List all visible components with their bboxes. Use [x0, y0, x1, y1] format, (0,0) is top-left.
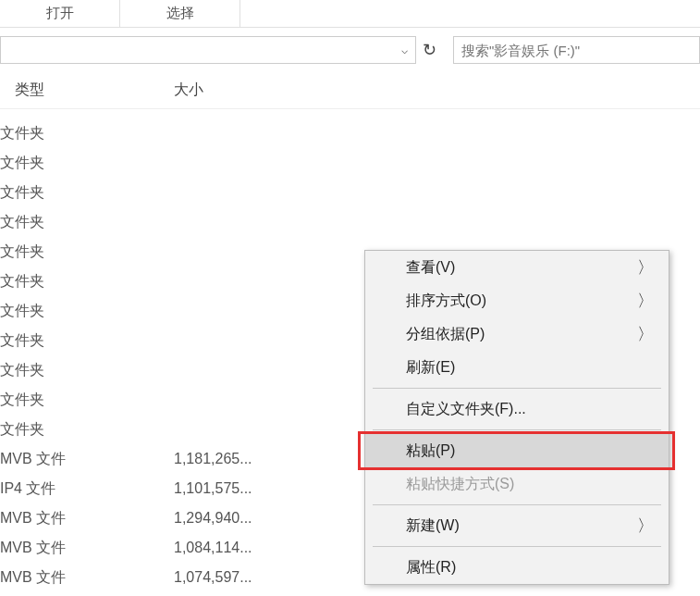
cell-size: 1,294,940...: [174, 510, 252, 527]
context-paste-shortcut: 粘贴快捷方式(S): [365, 467, 669, 501]
context-label: 属性(R): [406, 558, 456, 577]
cell-type: 文件夹: [0, 331, 174, 351]
context-separator: [373, 546, 661, 547]
cell-type: 文件夹: [0, 361, 174, 380]
context-label: 刷新(E): [406, 358, 455, 378]
address-dropdown-icon[interactable]: ⌵: [397, 43, 411, 57]
cell-type: 文件夹: [0, 154, 174, 173]
cell-type: 文件夹: [0, 183, 174, 203]
column-headers: 类型 大小: [0, 72, 700, 109]
context-label: 自定义文件夹(F)...: [406, 400, 526, 419]
cell-size: 1,181,265...: [174, 451, 252, 467]
cell-size: 1,101,575...: [174, 480, 252, 497]
search-box[interactable]: [453, 36, 700, 64]
list-item[interactable]: 文件夹: [0, 118, 700, 148]
context-label: 粘贴(P): [406, 441, 455, 461]
cell-type: 文件夹: [0, 242, 174, 262]
cell-type: MVB 文件: [0, 568, 174, 588]
context-properties[interactable]: 属性(R): [365, 551, 669, 584]
column-header-size[interactable]: 大小: [174, 81, 203, 100]
cell-type: IP4 文件: [0, 479, 174, 499]
refresh-button[interactable]: ↻: [418, 36, 440, 64]
chevron-right-icon: 〉: [637, 256, 654, 279]
toolbar: 打开 选择: [0, 0, 700, 28]
context-separator: [373, 388, 661, 389]
open-button[interactable]: 打开: [0, 0, 120, 27]
context-paste[interactable]: 粘贴(P): [365, 434, 669, 467]
cell-type: MVB 文件: [0, 450, 174, 469]
cell-type: 文件夹: [0, 272, 174, 292]
context-label: 分组依据(P): [406, 325, 485, 344]
select-button[interactable]: 选择: [120, 0, 240, 27]
context-separator: [373, 429, 661, 430]
context-label: 粘贴快捷方式(S): [406, 475, 514, 494]
cell-type: 文件夹: [0, 124, 174, 143]
context-label: 排序方式(O): [406, 292, 486, 311]
context-label: 查看(V): [406, 258, 455, 278]
cell-type: MVB 文件: [0, 509, 174, 528]
context-sort[interactable]: 排序方式(O) 〉: [365, 284, 669, 317]
chevron-right-icon: 〉: [637, 290, 654, 312]
context-group[interactable]: 分组依据(P) 〉: [365, 317, 669, 351]
cell-size: 1,084,114...: [174, 540, 252, 556]
context-label: 新建(W): [406, 516, 460, 536]
context-new[interactable]: 新建(W) 〉: [365, 509, 669, 542]
context-menu: 查看(V) 〉 排序方式(O) 〉 分组依据(P) 〉 刷新(E) 自定义文件夹…: [364, 250, 669, 585]
address-row: ⌵ ↻: [0, 33, 700, 67]
cell-type: 文件夹: [0, 391, 174, 410]
list-item[interactable]: 文件夹: [0, 178, 700, 207]
list-item[interactable]: 文件夹: [0, 207, 700, 237]
context-separator: [373, 504, 661, 505]
context-refresh[interactable]: 刷新(E): [365, 351, 669, 384]
chevron-right-icon: 〉: [637, 515, 654, 537]
list-item[interactable]: 文件夹: [0, 148, 700, 178]
cell-type: 文件夹: [0, 213, 174, 232]
chevron-right-icon: 〉: [637, 323, 654, 345]
cell-type: MVB 文件: [0, 539, 174, 558]
cell-size: 1,074,597...: [174, 569, 252, 586]
column-header-type[interactable]: 类型: [0, 81, 174, 100]
context-view[interactable]: 查看(V) 〉: [365, 251, 669, 284]
address-bar[interactable]: ⌵: [0, 36, 416, 64]
search-input[interactable]: [461, 43, 692, 58]
cell-type: 文件夹: [0, 302, 174, 321]
cell-type: 文件夹: [0, 420, 174, 440]
refresh-icon: ↻: [423, 40, 436, 60]
context-customize-folder[interactable]: 自定义文件夹(F)...: [365, 392, 669, 426]
